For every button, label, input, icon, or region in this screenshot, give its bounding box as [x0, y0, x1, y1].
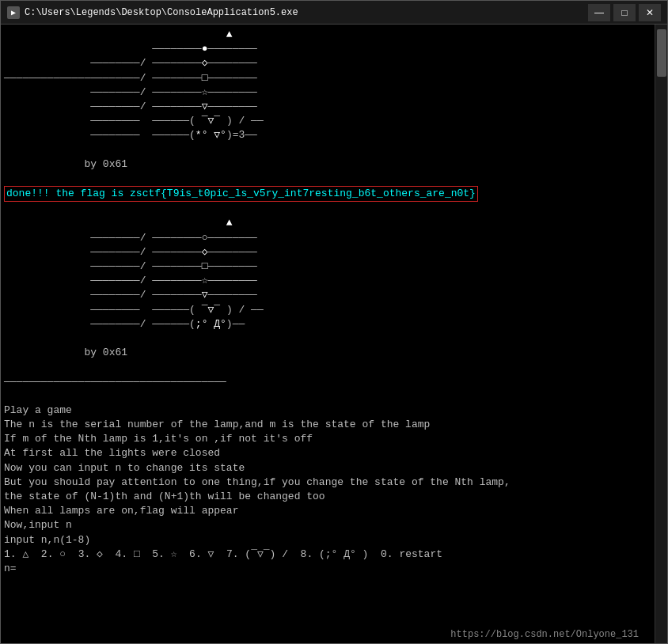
- window-controls[interactable]: — □ ✕: [588, 4, 661, 21]
- console-content: ▲ ————————●———————— ————————/ ————————◇—…: [1, 25, 655, 643]
- window-title: C:\Users\Legends\Desktop\ConsoleApplicat…: [25, 7, 298, 18]
- close-button[interactable]: ✕: [639, 4, 661, 21]
- maximize-button[interactable]: □: [613, 4, 636, 21]
- title-bar: ▶ C:\Users\Legends\Desktop\ConsoleApplic…: [1, 1, 667, 25]
- watermark: https://blog.csdn.net/Onlyone_131: [450, 629, 639, 640]
- app-icon: ▶: [7, 6, 20, 19]
- main-window: ▶ C:\Users\Legends\Desktop\ConsoleApplic…: [0, 0, 668, 644]
- console-area: ▲ ————————●———————— ————————/ ————————◇—…: [1, 25, 667, 643]
- title-bar-left: ▶ C:\Users\Legends\Desktop\ConsoleApplic…: [7, 6, 298, 19]
- minimize-button[interactable]: —: [588, 4, 610, 21]
- scrollbar[interactable]: [655, 25, 667, 643]
- console-output: ▲ ————————●———————— ————————/ ————————◇—…: [4, 28, 651, 576]
- scrollbar-thumb[interactable]: [657, 29, 666, 77]
